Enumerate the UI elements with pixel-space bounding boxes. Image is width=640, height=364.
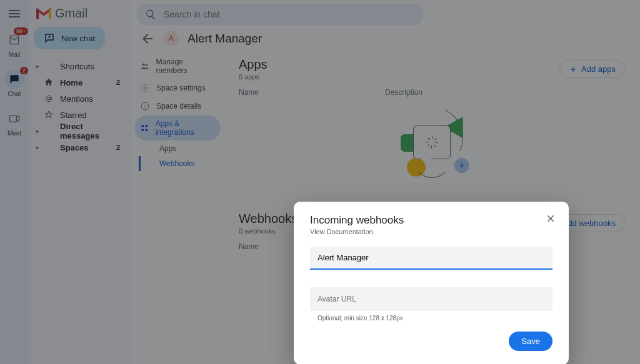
save-button[interactable]: Save [509, 332, 552, 351]
dialog-title: Incoming webhooks [310, 214, 552, 227]
avatar-url-input[interactable] [310, 287, 552, 311]
close-button[interactable] [545, 213, 556, 227]
incoming-webhooks-dialog: Incoming webhooks View Documentation Opt… [294, 202, 569, 364]
close-icon [545, 213, 556, 224]
view-documentation-link[interactable]: View Documentation [310, 228, 552, 235]
webhook-name-input[interactable] [310, 247, 552, 270]
avatar-helper-text: Optional; min size 128 x 128px [310, 315, 552, 322]
